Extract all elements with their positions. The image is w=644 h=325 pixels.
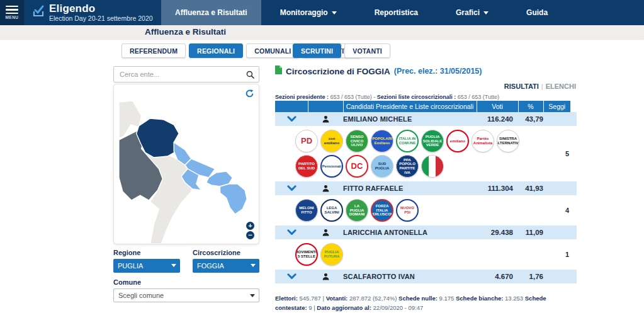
brand[interactable]: Eligendo Election Day 20-21 settembre 20… <box>24 0 162 25</box>
expand-chevron-icon[interactable] <box>275 229 308 236</box>
candidate-row[interactable]: LARICCHIA ANTONELLA29.43811,09 <box>275 225 577 240</box>
region-select[interactable]: PUGLIA <box>113 259 180 273</box>
toggle-risultati[interactable]: RISULTATI <box>504 83 539 90</box>
party-logo-sud-indipendente-puglia[interactable]: SUD PUGLIA <box>371 155 393 178</box>
search-input[interactable] <box>113 66 259 83</box>
party-logo-movimento-5-stelle[interactable]: MOVIMENTO 5 STELLE <box>295 243 318 266</box>
results-footer: Elettori: 545.787 | Votanti: 287.872 (52… <box>275 294 576 312</box>
comune-select[interactable]: Scegli comune <box>113 288 259 302</box>
party-logo-fratelli-d-italia-meloni-fitto[interactable]: MELONI FITTO <box>295 199 318 222</box>
toggle-divider: | <box>541 83 543 90</box>
brand-name: Eligendo <box>49 3 153 14</box>
candidate-name: FITTO RAFFAELE <box>343 185 477 192</box>
sections-label: Sezioni presidente : <box>275 94 330 100</box>
nav-item-grafici[interactable]: Grafici <box>437 0 507 25</box>
toggle-scrutini[interactable]: SCRUTINI <box>293 43 341 58</box>
party-logo-con-emiliano[interactable]: con emiliano <box>320 130 343 152</box>
party-logo-text: emiliano <box>450 139 465 144</box>
party-logo-text: NUOVO PSI <box>398 206 416 214</box>
party-logo-text: FORZA ITALIA BERLUSCONI <box>371 204 393 217</box>
geo-filters: Regione PUGLIA Circoscrizione FOGGIA Com… <box>113 249 259 302</box>
party-logo-partito-del-sud[interactable]: PARTITO DEL SUD <box>295 155 318 178</box>
view-mode-tabs: SCRUTINIVOTANTI <box>293 43 390 58</box>
results-title: Circoscrizione di FOGGIA <box>286 67 390 76</box>
results-view-toggle: RISULTATI|ELENCHI <box>275 83 576 90</box>
map-area-lecce <box>220 184 247 214</box>
sections-separator: - <box>372 94 377 100</box>
col-person <box>308 101 343 112</box>
footer-value: 287.872 (52,74%) <box>349 295 398 302</box>
nav-item-affluenza-e-risultati[interactable]: Affluenza e Risultati <box>161 0 261 25</box>
party-logo-text: DC <box>351 162 363 171</box>
nav-item-monitoraggio[interactable]: Monitoraggio <box>261 0 356 25</box>
party-logo-text: PUGLIA FUTURA <box>322 250 341 258</box>
party-logo-puglia-futura[interactable]: PUGLIA FUTURA <box>320 243 343 266</box>
party-logo-puglia-solidale-e-verde[interactable]: PUGLIA SOLIDALE VERDE <box>421 130 444 152</box>
group-seats-value: 4 <box>565 207 569 214</box>
party-logo-lista-tricolore[interactable] <box>421 155 444 178</box>
party-logo-emiliano-sindaco-di-puglia[interactable]: emiliano <box>446 130 469 152</box>
party-logo-nuovo-psi[interactable]: NUOVO PSI <box>396 199 419 222</box>
results-table-body[interactable]: EMILIANO MICHELE116.24043,79PDcon emilia… <box>275 112 577 291</box>
party-logo-lega-salvini-puglia[interactable]: LEGA SALVINI <box>320 199 343 222</box>
candidate-pct: 41,93 <box>518 185 543 192</box>
map-zoom-in-button[interactable]: + <box>246 222 254 230</box>
party-logo-democrazia-cristiana[interactable]: DC <box>346 155 368 178</box>
party-logo-text: MELONI FITTO <box>297 206 316 214</box>
party-logo-forza-italia-berlusconi-per-fitto[interactable]: FORZA ITALIA BERLUSCONI <box>371 199 393 222</box>
chevron-down-icon <box>483 11 489 14</box>
candidate-person-icon <box>308 229 343 237</box>
nav-item-guida[interactable]: Guida <box>507 0 567 25</box>
menu-label: MENU <box>5 15 18 20</box>
toggle-votanti[interactable]: VOTANTI <box>344 43 390 58</box>
candidate-row[interactable]: SCALFAROTTO IVAN4.6701,76 <box>275 270 577 284</box>
tab-referendum[interactable]: REFERENDUM <box>121 43 186 58</box>
document-icon <box>275 66 282 77</box>
party-logo-la-puglia-domani[interactable]: LA PUGLIA DOMANI <box>346 199 368 222</box>
party-logos-row: MELONI FITTOLEGA SALVINILA PUGLIA DOMANI… <box>275 196 577 225</box>
brand-subtitle: Election Day 20-21 settembre 2020 <box>49 14 153 22</box>
candidate-votes: 29.438 <box>477 229 518 236</box>
tab-comunali[interactable]: COMUNALI <box>246 43 299 58</box>
expand-chevron-icon[interactable] <box>275 273 308 280</box>
party-logos-row: PDcon emilianoSENSO CIVICO ULIVOPOPOLARI… <box>275 127 577 181</box>
candidate-row[interactable]: FITTO RAFFAELE111.30441,93 <box>275 181 577 196</box>
entity-search <box>113 66 259 83</box>
map-zoom-out-button[interactable]: − <box>246 231 254 239</box>
candidate-votes: 4.670 <box>477 273 518 280</box>
expand-chevron-icon[interactable] <box>275 185 308 191</box>
party-logo-partito-democratico[interactable]: PD <box>295 130 318 152</box>
footer-value: 9 | <box>308 304 317 311</box>
sections-value: 653 / 653 (Tutte) <box>458 94 499 100</box>
tab-regionali[interactable]: REGIONALI <box>189 43 243 58</box>
region-map[interactable]: + − <box>113 84 259 244</box>
toggle-elenchi[interactable]: ELENCHI <box>546 83 576 90</box>
expand-chevron-icon[interactable] <box>275 116 308 122</box>
nav-item-reportistica[interactable]: Reportistica <box>356 0 437 25</box>
district-field: Circoscrizione FOGGIA <box>193 249 259 273</box>
search-icon[interactable] <box>246 70 254 81</box>
sections-value: 653 / 653 (Tutte) <box>330 94 372 100</box>
party-logos-wrap: MOVIMENTO 5 STELLEPUGLIA FUTURA <box>295 243 529 266</box>
page-titlebar: Affluenza e Risultati <box>0 25 644 39</box>
sections-label: Sezioni liste circoscrizionali : <box>377 94 458 100</box>
map-refresh-icon[interactable] <box>245 89 254 101</box>
party-logo-text: ITALIA IN COMUNE <box>398 137 416 145</box>
district-select[interactable]: FOGGIA <box>193 259 259 273</box>
party-logo-ppa-popolo-partite-iva[interactable]: PPA POPOLO PARTITE IVA <box>396 155 419 178</box>
party-logo-popolari-con-emiliano[interactable]: POPOLARI Emiliano <box>371 130 393 152</box>
chevron-down-icon <box>171 264 176 267</box>
menu-button[interactable]: MENU <box>0 0 24 25</box>
sections-status-line: Sezioni presidente : 653 / 653 (Tutte) -… <box>275 94 576 100</box>
party-logo-text: SENSO CIVICO ULIVO <box>347 135 366 147</box>
party-logo-sinistra-alternativa[interactable]: SINISTRA ALTERNATIVA <box>497 130 519 152</box>
party-logo-partito-animalista[interactable]: Partito Animalista <box>472 130 494 152</box>
footer-value: 22/09/2020 - 09:47 <box>373 304 424 311</box>
party-logo-senso-civico-ulivo[interactable]: SENSO CIVICO ULIVO <box>346 130 368 152</box>
party-logo-pensionati-e-invalidi[interactable]: Pensionati <box>320 155 343 178</box>
map-zoom-controls: + − <box>246 222 254 239</box>
party-logo-italia-in-comune[interactable]: ITALIA IN COMUNE <box>396 130 419 152</box>
results-prev-election-note[interactable]: (Prec. elez.: 31/05/2015) <box>394 67 482 76</box>
party-logo-text: LEGA SALVINI <box>323 206 341 214</box>
candidate-row[interactable]: EMILIANO MICHELE116.24043,79 <box>275 112 577 127</box>
